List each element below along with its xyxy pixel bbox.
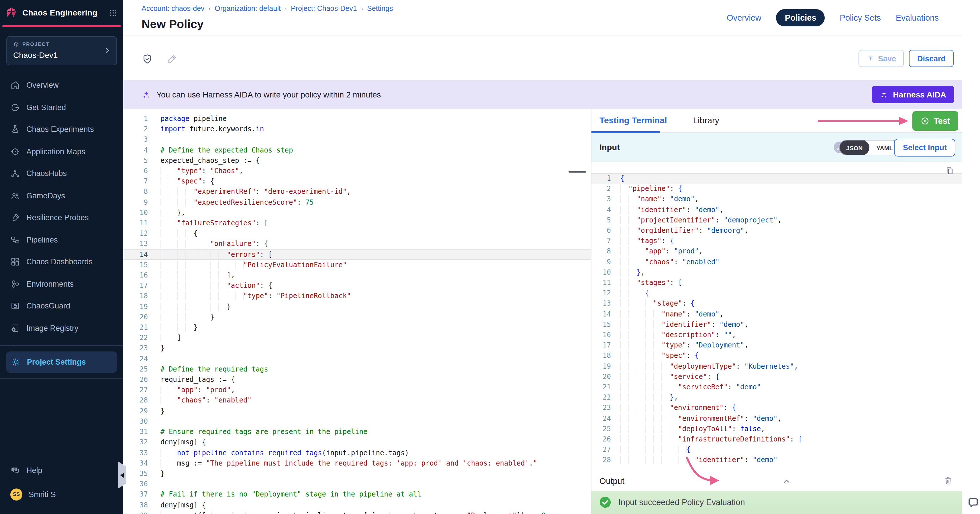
code-line: 8 "experimentRef": "demo-experiment-id", [123, 187, 591, 197]
chevron-up-icon[interactable] [782, 476, 791, 486]
code-line: 39 count([stage | stage := input.pipelin… [123, 510, 591, 514]
tab-library[interactable]: Library [693, 115, 719, 125]
code-line: 18 "spec": { [592, 351, 962, 361]
result-status: Input succeeded Policy Evaluation [618, 498, 745, 507]
format-option-json[interactable]: JSON [839, 140, 869, 155]
trash-icon[interactable] [943, 476, 953, 485]
tab-evaluations[interactable]: Evaluations [896, 13, 939, 22]
code-line: 13 "stage": { [592, 298, 962, 309]
user-menu[interactable]: SS Smriti S [0, 482, 123, 506]
test-button[interactable]: Test [912, 111, 958, 131]
play-circle-icon [920, 116, 929, 126]
line-number: 8 [592, 246, 611, 256]
pencil-icon[interactable] [166, 53, 178, 65]
line-number: 5 [592, 215, 611, 225]
line-number: 37 [123, 489, 148, 500]
sidebar-item-chaos-dashboards[interactable]: Chaos Dashboards [0, 251, 123, 273]
code-line: 24 "environmentRef": "demo", [592, 413, 962, 423]
tab-testing-terminal[interactable]: Testing Terminal [600, 115, 667, 125]
line-number: 23 [592, 403, 611, 413]
line-number: 35 [123, 468, 148, 479]
tab-overview[interactable]: Overview [727, 13, 761, 22]
breadcrumb-link-settings[interactable]: Settings [367, 5, 393, 13]
line-number: 31 [123, 426, 148, 437]
harness-aida-button[interactable]: Harness AIDA [872, 86, 954, 103]
breadcrumb-link-account-chaos-dev[interactable]: Account: chaos-dev [142, 5, 205, 13]
editor-toolbar: Save Discard [123, 36, 962, 80]
sidebar-item-label: ChaosGuard [26, 302, 70, 310]
tab-policy-sets[interactable]: Policy Sets [840, 13, 881, 22]
code-line: 19 "deploymentType": "Kubernetes", [592, 361, 962, 371]
terminal-tabs: Test Testing TerminalLibrary [592, 109, 962, 133]
cube-icon [13, 41, 19, 47]
sidebar-item-environments[interactable]: Environments [0, 273, 123, 295]
project-selector[interactable]: PROJECT Chaos-Dev1 [6, 36, 117, 65]
page-header: Account: chaos-dev›Organization: default… [123, 0, 962, 36]
line-number: 2 [123, 124, 148, 134]
code-line: 5expected_chaos_step := { [123, 155, 591, 166]
tab-policies[interactable]: Policies [776, 9, 825, 26]
breadcrumb-separator: › [361, 5, 363, 12]
line-number: 38 [123, 500, 148, 510]
pane-drag-handle[interactable] [568, 171, 586, 173]
grid-dots-icon[interactable] [109, 8, 118, 17]
code-line: 13 "onFailure": { [123, 239, 591, 249]
code-line: 28 "identifier": "demo" [592, 455, 962, 465]
sidebar-item-project-settings[interactable]: Project Settings [6, 351, 117, 372]
breadcrumb-link-organization-default[interactable]: Organization: default [215, 5, 281, 13]
code-line: 17 "action": { [123, 281, 591, 291]
line-number: 6 [123, 166, 148, 176]
sidebar-item-pipelines[interactable]: Pipelines [0, 229, 123, 251]
code-line: 1package pipeline [123, 113, 591, 124]
code-line: 14 "name": "demo", [592, 309, 962, 319]
code-line: 34 msg := "The pipeline must include the… [123, 458, 591, 468]
line-number: 5 [123, 155, 148, 166]
sidebar-item-gamedays[interactable]: GameDays [0, 185, 123, 207]
shield-check-icon[interactable] [142, 53, 153, 65]
line-number: 27 [123, 385, 148, 395]
support-chat-icon[interactable] [965, 495, 980, 510]
sidebar-item-overview[interactable]: Overview [0, 74, 123, 96]
sidebar-item-chaosguard[interactable]: ChaosGuard [0, 295, 123, 317]
banner-text: You can use Harness AIDA to write your p… [156, 90, 381, 99]
pipeline-icon [10, 235, 20, 245]
copy-icon[interactable] [945, 166, 954, 175]
app-title: Chaos Engineering [22, 8, 104, 17]
upload-icon [867, 54, 875, 62]
save-button[interactable]: Save [859, 50, 904, 67]
code-line: 23 "environment": { [592, 403, 962, 413]
line-number: 14 [123, 249, 148, 259]
sidebar-item-chaoshubs[interactable]: ChaosHubs [0, 162, 123, 185]
probe-icon [10, 213, 20, 223]
chat-icon [10, 465, 20, 475]
code-line: 14 "errors": [ [123, 249, 591, 259]
sidebar-item-image-registry[interactable]: Image Registry [0, 317, 123, 339]
sidebar-item-label: Pipelines [26, 236, 58, 244]
breadcrumb-link-project-chaos-dev1[interactable]: Project: Chaos-Dev1 [291, 5, 357, 13]
app-root: Chaos Engineering PROJECT Chaos-Dev1 Ove… [0, 0, 980, 514]
select-input-button[interactable]: Select Input [894, 139, 955, 156]
line-number: 9 [123, 197, 148, 207]
input-json-editor[interactable]: 1{2 "pipeline": {3 "name": "demo",4 "ide… [592, 162, 962, 471]
code-line: 15 "identifier": "demo", [592, 319, 962, 330]
collapse-arrow-icon [120, 472, 124, 478]
sidebar-item-get-started[interactable]: Get Started [0, 96, 123, 118]
discard-button[interactable]: Discard [909, 50, 954, 67]
code-line: 11 "failureStrategies": [ [123, 218, 591, 228]
divider [0, 345, 123, 345]
code-line: 24 [123, 353, 591, 364]
code-line: 9 "chaos": "enabled" [592, 256, 962, 267]
code-line: 10 }, [123, 208, 591, 218]
sidebar-item-chaos-experiments[interactable]: Chaos Experiments [0, 118, 123, 140]
code-line: 9 "expectedResilienceScore": 75 [123, 197, 591, 207]
sidebar-item-resilience-probes[interactable]: Resilience Probes [0, 207, 123, 229]
sidebar-item-label: Chaos Experiments [26, 125, 94, 134]
help-button[interactable]: Help [0, 458, 123, 482]
line-number: 24 [592, 413, 611, 423]
line-number: 28 [123, 395, 148, 406]
code-line: 35} [123, 468, 591, 479]
policy-code-editor[interactable]: 1package pipeline2import future.keywords… [123, 109, 591, 514]
code-line: 26required_tags := { [123, 374, 591, 385]
line-number: 30 [123, 416, 148, 426]
sidebar-item-application-maps[interactable]: Application Maps [0, 140, 123, 162]
